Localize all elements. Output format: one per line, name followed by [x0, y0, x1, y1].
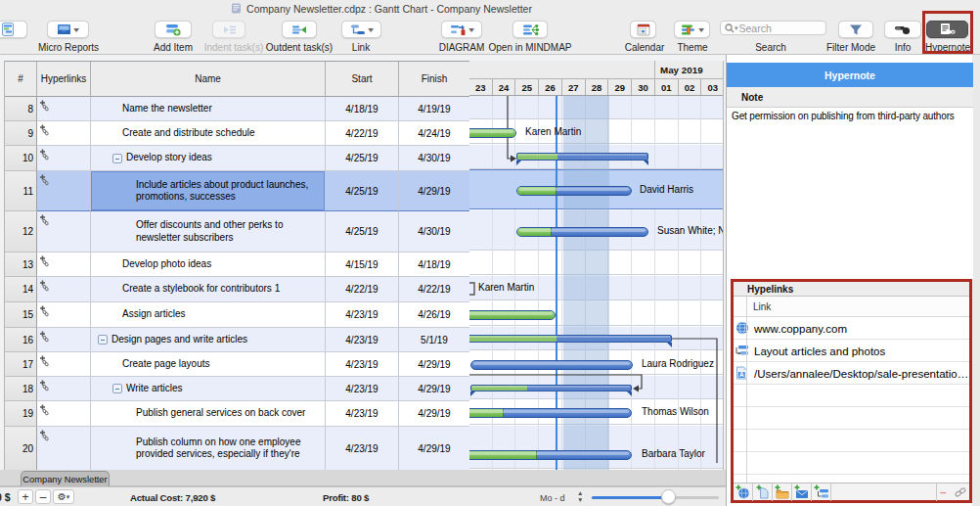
task-start-cell[interactable]: 4/23/19 [326, 302, 399, 328]
row-number[interactable]: 12 [5, 211, 37, 253]
row-number[interactable]: 13 [5, 253, 37, 277]
task-start-cell[interactable]: 4/23/19 [326, 352, 399, 377]
task-name-cell[interactable]: Assign articles [91, 302, 326, 328]
zoom-stepper[interactable]: ▲▼ [577, 490, 583, 503]
task-name-cell[interactable]: Publish column on how one employee provi… [91, 427, 326, 471]
row-number[interactable]: 18 [5, 377, 37, 401]
hyperlink-cell[interactable] [37, 253, 91, 277]
theme-button[interactable]: ▾ [674, 21, 710, 38]
collapse-icon[interactable] [112, 384, 122, 393]
task-start-cell[interactable]: 4/23/19 [326, 401, 399, 427]
hyperlink-cell[interactable] [37, 302, 91, 328]
calendar-button[interactable] [630, 21, 656, 38]
task-start-cell[interactable]: 4/25/19 [326, 171, 399, 211]
task-start-cell[interactable]: 4/23/19 [326, 328, 399, 352]
table-row[interactable]: 11Include articles about product launche… [5, 171, 469, 211]
row-number[interactable]: 10 [5, 146, 37, 171]
task-start-cell[interactable]: 4/18/19 [326, 97, 399, 121]
task-finish-cell[interactable]: 4/29/19 [399, 427, 469, 471]
task-name-cell[interactable]: Create a stylebook for contributors 1 [91, 277, 326, 302]
table-row[interactable]: 9Create and distribute schedule4/22/194/… [5, 121, 469, 146]
note-textarea[interactable] [727, 108, 973, 279]
task-finish-cell[interactable]: 4/30/19 [399, 211, 469, 253]
task-bar[interactable] [469, 408, 632, 418]
task-start-cell[interactable]: 4/23/19 [326, 377, 399, 401]
chart-body[interactable]: Karen MartinDavid HarrisSusan White; NKa… [469, 96, 724, 470]
task-bar[interactable] [516, 227, 648, 237]
table-row[interactable]: 16Design pages and write articles4/23/19… [5, 328, 469, 352]
row-number[interactable]: 19 [5, 401, 37, 427]
task-name-cell[interactable]: Publish general services on back cover [91, 401, 326, 427]
task-start-cell[interactable]: 4/15/19 [326, 253, 399, 277]
settings-gear-button[interactable]: ⚙▾ [53, 489, 74, 504]
info-button[interactable] [884, 21, 921, 38]
micro-reports-button[interactable]: ▾ [47, 21, 89, 38]
row-number[interactable]: 9 [5, 121, 37, 146]
add-row-button[interactable]: + [18, 489, 33, 504]
task-name-cell[interactable]: Develop story ideas [91, 146, 326, 171]
diagram-button[interactable]: ▾ [441, 21, 482, 38]
task-bar[interactable] [469, 128, 516, 138]
task-name-cell[interactable]: Name the newsletter [91, 97, 326, 121]
table-row[interactable]: 8Name the newsletter4/18/194/19/19 [5, 97, 469, 121]
row-number[interactable]: 16 [5, 328, 37, 352]
task-name-cell[interactable]: Write articles [91, 377, 326, 401]
hyperlink-cell[interactable] [37, 401, 91, 427]
table-row[interactable]: 13Develop photo ideas4/15/194/18/19 [5, 253, 469, 277]
task-name-cell[interactable]: Create page layouts [91, 352, 326, 377]
hyperlink-cell[interactable] [37, 121, 91, 146]
task-finish-cell[interactable]: 4/18/19 [399, 253, 469, 277]
task-finish-cell[interactable]: 4/22/19 [399, 277, 469, 302]
task-bar[interactable] [470, 360, 633, 370]
indent-task-button[interactable] [212, 21, 245, 38]
task-finish-cell[interactable]: 4/29/19 [399, 352, 469, 377]
table-row[interactable]: 20Publish column on how one employee pro… [5, 427, 469, 471]
task-name-cell[interactable]: Create and distribute schedule [91, 121, 326, 146]
add-web-link-button[interactable] [734, 483, 753, 501]
add-email-link-button[interactable] [792, 483, 812, 501]
column-header-name[interactable]: Name [91, 62, 326, 97]
row-number[interactable]: 14 [5, 277, 37, 302]
table-row[interactable]: 19Publish general services on back cover… [5, 401, 469, 427]
row-number[interactable]: 20 [5, 427, 37, 471]
task-start-cell[interactable]: 4/25/19 [326, 146, 399, 171]
collapse-icon[interactable] [98, 335, 108, 345]
task-name-cell[interactable]: Include articles about product launches,… [91, 171, 326, 211]
summary-bar[interactable] [469, 335, 672, 343]
add-item-button[interactable] [155, 21, 192, 38]
filter-mode-button[interactable] [838, 21, 873, 38]
column-header-finish[interactable]: Finish [399, 62, 469, 97]
remove-link-button[interactable]: – [940, 487, 947, 497]
tab-company-newsletter[interactable]: Company Newsletter [21, 471, 110, 486]
summary-bar[interactable] [516, 153, 648, 161]
add-project-item-link-button[interactable] [812, 483, 831, 501]
task-finish-cell[interactable]: 4/24/19 [399, 121, 469, 146]
task-name-cell[interactable]: Develop photo ideas [91, 253, 326, 277]
column-header-num[interactable]: # [5, 62, 37, 97]
collapse-icon[interactable] [112, 154, 122, 163]
task-finish-cell[interactable]: 4/29/19 [399, 377, 469, 401]
table-row[interactable]: 18Write articles4/23/194/29/19 [5, 377, 469, 401]
row-number[interactable]: 15 [5, 302, 37, 328]
task-finish-cell[interactable]: 4/29/19 [399, 171, 469, 211]
row-number[interactable]: 8 [5, 97, 37, 121]
summary-bar[interactable] [470, 385, 632, 391]
task-bar[interactable] [469, 310, 556, 320]
table-row[interactable]: 17Create page layouts4/23/194/29/19 [5, 352, 469, 377]
row-number[interactable]: 17 [5, 352, 37, 377]
task-finish-cell[interactable]: 4/30/19 [399, 146, 469, 171]
hyperlink-row[interactable]: Layout articles and photos [734, 340, 969, 362]
table-row[interactable]: 10Develop story ideas4/25/194/30/19 [5, 146, 469, 171]
open-in-mindmap-button[interactable] [512, 21, 548, 38]
row-number[interactable]: 11 [5, 171, 37, 211]
hyperlink-cell[interactable] [37, 211, 91, 253]
add-file-link-button[interactable] [753, 483, 773, 501]
gantt-view-button[interactable] [0, 21, 27, 38]
table-row[interactable]: 14Create a stylebook for contributors 14… [5, 277, 469, 302]
task-finish-cell[interactable]: 4/19/19 [399, 97, 469, 121]
hyperlink-cell[interactable] [37, 171, 91, 211]
add-folder-link-button[interactable] [773, 483, 792, 501]
task-finish-cell[interactable]: 5/1/19 [399, 328, 469, 352]
table-row[interactable]: 12Offer discounts and other perks to new… [5, 211, 469, 253]
table-row[interactable]: 15Assign articles4/23/194/26/19 [5, 302, 469, 328]
